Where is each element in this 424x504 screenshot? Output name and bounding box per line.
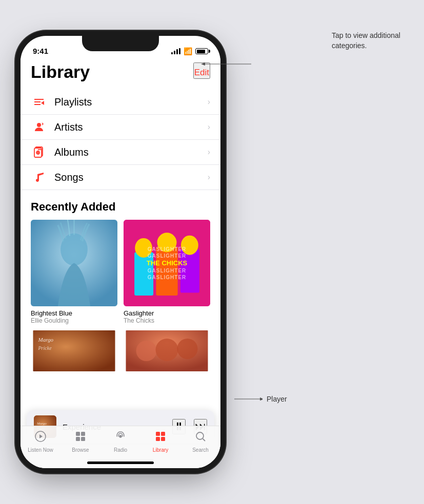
tab-label-browse: Browse [72, 447, 89, 453]
album-card-margo[interactable]: Margo Pricke [31, 330, 117, 374]
edit-callout [200, 56, 261, 74]
tap-callout-text: Tap to view additional categories. [332, 31, 400, 50]
home-indicator [87, 461, 154, 464]
tab-label-radio: Radio [114, 447, 127, 453]
wifi-icon: 📶 [184, 47, 192, 55]
svg-point-20 [156, 339, 178, 361]
svg-point-21 [177, 339, 198, 359]
svg-text:Margo: Margo [36, 422, 47, 426]
album-name-brightest-blue: Brightest Blue [31, 309, 117, 317]
notch [82, 36, 159, 51]
album-art-third [124, 330, 210, 371]
svg-rect-27 [81, 432, 85, 436]
browse-icon [74, 430, 87, 446]
album-art-gaslighter: GASLIGHTER GASLIGHTER THE CHICKS GASLIGH… [124, 220, 210, 306]
svg-rect-33 [156, 437, 160, 441]
library-item-songs[interactable]: Songs › [21, 165, 220, 190]
tab-radio[interactable]: Radio [100, 430, 140, 453]
svg-rect-34 [161, 437, 165, 441]
artists-label: Artists [54, 121, 208, 133]
library-item-artists[interactable]: Artists › [21, 115, 220, 140]
library-list: Playlists › Artists › [21, 90, 220, 190]
library-icon [154, 430, 167, 446]
svg-rect-29 [81, 437, 85, 441]
albums-row2: Margo Pricke [21, 324, 220, 374]
svg-rect-31 [156, 432, 160, 436]
album-artist-brightest-blue: Ellie Goulding [31, 317, 117, 324]
tab-library[interactable]: Library [140, 430, 180, 453]
player-callout-text: Player [267, 395, 287, 403]
svg-rect-26 [76, 432, 80, 436]
svg-rect-28 [76, 437, 80, 441]
artists-chevron: › [208, 122, 210, 132]
page-title: Library [31, 62, 90, 81]
album-art-brightest-blue [31, 220, 117, 306]
svg-line-36 [203, 439, 206, 442]
signal-icon [171, 48, 180, 54]
svg-point-30 [119, 435, 122, 437]
playlists-chevron: › [208, 97, 210, 107]
phone-frame: 9:41 📶 Library Edit [21, 36, 220, 468]
svg-text:Margo: Margo [38, 337, 54, 343]
playlists-icon [31, 96, 47, 108]
albums-label: Albums [54, 146, 208, 158]
songs-chevron: › [208, 173, 210, 182]
tab-listen-now[interactable]: Listen Now [21, 430, 60, 453]
player-callout: Player [232, 394, 287, 404]
album-card-gaslighter[interactable]: GASLIGHTER GASLIGHTER THE CHICKS GASLIGH… [124, 220, 210, 324]
songs-icon [31, 171, 47, 183]
album-card-brightest-blue[interactable]: Brightest Blue Ellie Goulding [31, 220, 117, 324]
tab-label-search: Search [192, 447, 209, 453]
listen-now-icon [34, 430, 47, 446]
library-header: Library Edit [21, 58, 220, 81]
album-artist-gaslighter: The Chicks [124, 317, 210, 324]
svg-text:Pricke: Pricke [38, 345, 52, 351]
svg-point-4 [37, 152, 38, 153]
status-icons: 📶 [171, 47, 208, 55]
tab-browse[interactable]: Browse [60, 430, 100, 453]
svg-rect-32 [161, 432, 165, 436]
svg-marker-38 [201, 62, 205, 66]
album-name-gaslighter: Gaslighter [124, 309, 210, 317]
artists-icon [31, 121, 47, 133]
svg-point-35 [196, 432, 204, 439]
battery-icon [195, 48, 208, 54]
albums-chevron: › [208, 148, 210, 157]
songs-label: Songs [54, 172, 208, 183]
svg-point-0 [37, 123, 41, 127]
radio-icon [114, 430, 127, 446]
svg-marker-40 [260, 397, 263, 401]
svg-point-19 [136, 341, 157, 361]
recently-added-title: Recently Added [21, 190, 220, 220]
album-card-third[interactable] [124, 330, 210, 374]
album-art-margo: Margo Pricke [31, 330, 117, 371]
tap-callout: Tap to view additional categories. [332, 31, 414, 51]
tab-label-listen-now: Listen Now [28, 447, 53, 453]
albums-grid: Brightest Blue Ellie Goulding [21, 220, 220, 324]
tab-label-library: Library [153, 447, 169, 453]
albums-icon [31, 146, 47, 158]
screen: Library Edit Playlists › [21, 58, 220, 468]
playlists-label: Playlists [54, 96, 208, 108]
library-item-albums[interactable]: Albums › [21, 140, 220, 165]
status-time: 9:41 [33, 47, 48, 55]
library-item-playlists[interactable]: Playlists › [21, 90, 220, 115]
search-icon [194, 430, 207, 446]
tab-search[interactable]: Search [180, 430, 220, 453]
